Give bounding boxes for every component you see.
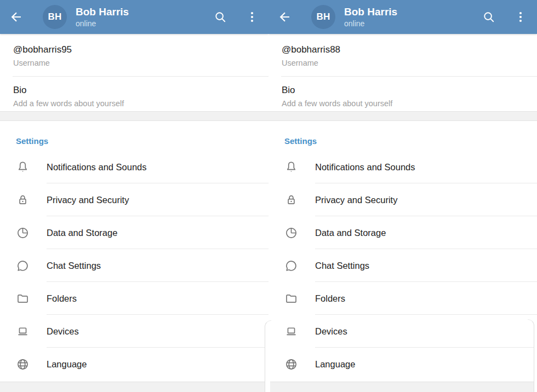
screenshot-collage: BH Bob Harris online @bobharris95 Userna… [0,0,537,392]
settings-menu-item[interactable]: Folders [0,282,268,315]
settings-menu: Notifications and Sounds Privacy and Sec… [268,151,537,381]
chat-bubble-icon [16,259,30,273]
section-separator [268,111,537,121]
settings-menu-item[interactable]: Notifications and Sounds [0,151,268,183]
username-value: @bobharris88 [282,43,524,57]
settings-menu-item-label: Notifications and Sounds [47,162,147,172]
settings-menu-item-label: Privacy and Security [47,195,129,205]
header-text: Bob Harris online [344,5,482,28]
avatar[interactable]: BH [43,5,67,29]
kebab-menu-icon[interactable] [245,10,259,24]
online-status: online [344,19,482,28]
username-cell[interactable]: @bobharris88 Username [268,34,537,76]
settings-menu-item[interactable]: Language [268,348,537,381]
contact-name: Bob Harris [344,5,482,19]
username-label: Username [282,57,524,69]
settings-menu-item[interactable]: Devices [268,315,537,348]
settings-menu-item-label: Data and Storage [315,228,386,238]
bottom-strip [270,382,534,392]
globe-icon [284,358,298,371]
username-value: @bobharris95 [13,43,255,57]
settings-menu-item-label: Language [315,359,355,370]
bio-title: Bio [13,83,255,97]
settings-menu-item[interactable]: Privacy and Security [0,183,268,216]
settings-menu-item[interactable]: Notifications and Sounds [268,151,537,183]
folder-icon [284,292,298,305]
bio-cell[interactable]: Bio Add a few words about yourself [0,77,268,111]
chat-bubble-icon [284,259,298,273]
settings-menu-item-label: Devices [47,326,79,337]
settings-menu-item[interactable]: Language [0,348,268,381]
bio-placeholder: Add a few words about yourself [13,97,255,109]
search-icon[interactable] [482,10,495,24]
bio-placeholder: Add a few words about yourself [282,97,524,109]
settings-menu-item-label: Data and Storage [47,228,117,238]
laptop-icon [16,325,30,338]
settings-menu-item[interactable]: Folders [268,282,537,315]
bio-title: Bio [282,83,524,97]
settings-section-header: Settings [0,121,268,151]
settings-menu-item[interactable]: Devices [0,315,268,348]
header-text: Bob Harris online [76,5,214,28]
username-label: Username [13,57,255,69]
telegram-profile-screen-left: BH Bob Harris online @bobharris95 Userna… [0,0,268,392]
settings-menu-item-label: Notifications and Sounds [315,162,415,172]
lock-icon [16,193,30,207]
back-arrow-icon[interactable] [277,10,292,24]
settings-menu-item[interactable]: Chat Settings [0,249,268,282]
bell-icon [16,160,30,174]
settings-menu-item-label: Chat Settings [315,261,369,271]
settings-section-header: Settings [268,121,537,151]
avatar[interactable]: BH [311,5,335,29]
back-arrow-icon[interactable] [9,10,23,24]
settings-menu: Notifications and Sounds Privacy and Sec… [0,151,268,381]
globe-icon [16,358,30,371]
settings-menu-item[interactable]: Privacy and Security [268,183,537,216]
contact-name: Bob Harris [76,5,214,19]
settings-menu-item-label: Language [47,359,87,370]
settings-menu-item[interactable]: Data and Storage [268,216,537,249]
settings-menu-item-label: Devices [315,326,347,337]
app-header: BH Bob Harris online [0,0,268,34]
folder-icon [16,292,30,305]
app-header: BH Bob Harris online [268,0,537,34]
settings-menu-item-label: Chat Settings [47,261,101,271]
search-icon[interactable] [214,10,227,24]
settings-menu-item[interactable]: Chat Settings [268,249,537,282]
username-cell[interactable]: @bobharris95 Username [0,34,268,76]
pie-chart-icon [16,226,30,240]
laptop-icon [284,325,298,338]
settings-section-title: Settings [284,135,537,147]
bio-cell[interactable]: Bio Add a few words about yourself [268,77,537,111]
pie-chart-icon [284,226,298,240]
bottom-strip [0,382,265,392]
telegram-profile-screen-right: BH Bob Harris online @bobharris88 Userna… [268,0,537,392]
settings-section-title: Settings [16,135,268,147]
kebab-menu-icon[interactable] [514,10,527,24]
online-status: online [76,19,214,28]
settings-menu-item-label: Folders [315,293,345,304]
bell-icon [284,160,298,174]
settings-menu-item[interactable]: Data and Storage [0,216,268,249]
lock-icon [284,193,298,207]
settings-menu-item-label: Folders [47,293,77,304]
section-separator [0,111,268,121]
settings-menu-item-label: Privacy and Security [315,195,397,205]
